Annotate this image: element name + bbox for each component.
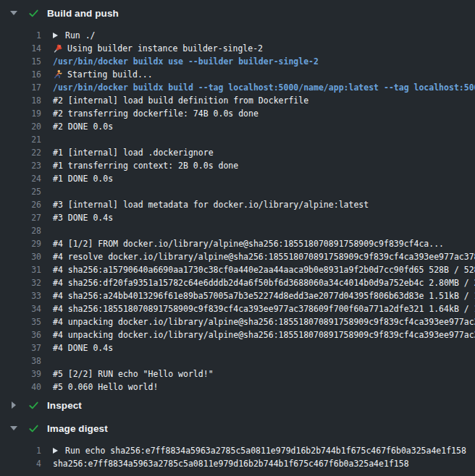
line-number[interactable]: 29: [0, 237, 41, 250]
line-number[interactable]: 21: [0, 133, 41, 146]
log-text-content: #4 DONE 0.4s: [53, 341, 113, 354]
line-number[interactable]: 33: [0, 289, 41, 302]
log-text: Starting build...: [41, 68, 153, 81]
line-number[interactable]: 24: [0, 172, 41, 185]
log-text: #4 unpacking docker.io/library/alpine@sh…: [41, 315, 475, 328]
log-text: #1 DONE 0.0s: [41, 172, 113, 185]
line-number[interactable]: 16: [0, 68, 41, 81]
log-text: #2 [internal] load build definition from…: [41, 94, 308, 107]
line-number[interactable]: 15: [0, 55, 41, 68]
log-text: Using builder instance builder-single-2: [41, 42, 263, 55]
check-icon: [28, 400, 39, 411]
log-text: #5 [2/2] RUN echo "Hello world!": [41, 367, 214, 381]
line-number[interactable]: 37: [0, 341, 41, 354]
log-text-content: #4 sha256:a15790640a6690aa1730c38cf0a440…: [53, 263, 475, 276]
log-line: 33#4 sha256:a24bb4013296f61e89ba57005a7b…: [0, 289, 475, 302]
chevron-down-icon: [9, 11, 18, 15]
log-line: 1Run echo sha256:e7ff8834a5963a2785c5a08…: [0, 444, 475, 457]
log-text-content: #5 [2/2] RUN echo "Hello world!": [53, 367, 214, 381]
log-text-content: #4 sha256:df20fa9351a15782c64e6dddb2d4a6…: [53, 276, 475, 289]
log-text-content: #4 sha256:a24bb4013296f61e89ba57005a7b3e…: [53, 289, 475, 302]
log-text: [41, 354, 53, 367]
chevron-right-icon: [9, 401, 18, 409]
line-number[interactable]: 17: [0, 81, 41, 94]
log-text: sha256:e7ff8834a5963a2785c5a0811e979d16b…: [41, 457, 409, 470]
log-line: 18#2 [internal] load build definition fr…: [0, 94, 475, 107]
line-number[interactable]: 31: [0, 263, 41, 276]
log-line: 38: [0, 354, 475, 367]
line-number[interactable]: 40: [0, 381, 41, 394]
log-text-content: #4 unpacking docker.io/library/alpine@sh…: [53, 315, 475, 328]
line-number[interactable]: 4: [0, 457, 41, 470]
log-text-content: #2 transferring dockerfile: 74B 0.0s don…: [53, 107, 258, 120]
log-text: #1 [internal] load .dockerignore: [41, 146, 214, 159]
line-number[interactable]: 25: [0, 185, 41, 198]
log-text: #2 transferring dockerfile: 74B 0.0s don…: [41, 107, 258, 120]
log-line: 31#4 sha256:a15790640a6690aa1730c38cf0a4…: [0, 263, 475, 276]
log-list-build-and-push: 1Run ./14Using builder instance builder-…: [0, 25, 475, 394]
log-text: #4 resolve docker.io/library/alpine@sha2…: [41, 250, 475, 263]
section-header-build-and-push[interactable]: Build and push: [0, 1, 475, 25]
log-text-content: #3 [internal] load metadata for docker.i…: [53, 198, 369, 211]
check-icon: [28, 8, 39, 19]
pushpin-icon: [53, 43, 63, 54]
log-text-content: #4 sha256:185518070891758909c9f839cf4ca3…: [53, 302, 475, 315]
section-header-inspect[interactable]: Inspect: [0, 394, 475, 417]
log-line: 25: [0, 185, 475, 198]
log-text: #4 sha256:185518070891758909c9f839cf4ca3…: [41, 302, 475, 315]
expand-group-icon[interactable]: [53, 33, 58, 38]
log-text: [41, 224, 53, 237]
log-text: #3 [internal] load metadata for docker.i…: [41, 198, 369, 211]
log-line: 32#4 sha256:df20fa9351a15782c64e6dddb2d4…: [0, 276, 475, 289]
log-line: 30#4 resolve docker.io/library/alpine@sh…: [0, 250, 475, 263]
log-line: 14Using builder instance builder-single-…: [0, 42, 475, 55]
log-line: 28: [0, 224, 475, 237]
log-section-inspect: Inspect: [0, 394, 475, 417]
log-text-content: Run ./: [65, 29, 96, 42]
check-icon: [28, 423, 39, 434]
line-number[interactable]: 36: [0, 328, 41, 341]
log-text-content: /usr/bin/docker buildx build --tag local…: [53, 81, 475, 94]
line-number[interactable]: 39: [0, 367, 41, 381]
log-line: 15/usr/bin/docker buildx use --builder b…: [0, 55, 475, 68]
log-text: #1 transferring context: 2B 0.0s done: [41, 159, 238, 172]
line-number[interactable]: 14: [0, 42, 41, 55]
line-number[interactable]: 32: [0, 276, 41, 289]
log-text: #2 DONE 0.0s: [41, 120, 113, 133]
line-number[interactable]: 27: [0, 211, 41, 224]
log-text-content: #4 resolve docker.io/library/alpine@sha2…: [53, 250, 475, 263]
log-text: [41, 133, 53, 146]
log-line: 40#5 0.060 Hello world!: [0, 381, 475, 394]
line-number[interactable]: 26: [0, 198, 41, 211]
line-number[interactable]: 30: [0, 250, 41, 263]
line-number[interactable]: 35: [0, 315, 41, 328]
log-text-content: #5 0.060 Hello world!: [53, 381, 158, 394]
log-text-content: Starting build...: [67, 68, 153, 81]
line-number[interactable]: 38: [0, 354, 41, 367]
line-number[interactable]: 34: [0, 302, 41, 315]
line-number[interactable]: 22: [0, 146, 41, 159]
log-line: 21: [0, 133, 475, 146]
log-line: 36#4 unpacking docker.io/library/alpine@…: [0, 328, 475, 341]
log-text: #4 DONE 0.4s: [41, 341, 113, 354]
log-text: #4 sha256:a24bb4013296f61e89ba57005a7b3e…: [41, 289, 475, 302]
log-text-content: #3 DONE 0.4s: [53, 211, 113, 224]
log-text-content: #1 transferring context: 2B 0.0s done: [53, 159, 238, 172]
line-number[interactable]: 1: [0, 29, 41, 42]
log-text-content: #1 [internal] load .dockerignore: [53, 146, 214, 159]
line-number[interactable]: 1: [0, 444, 41, 457]
line-number[interactable]: 23: [0, 159, 41, 172]
log-section-build-and-push: Build and push1Run ./14Using builder ins…: [0, 1, 475, 394]
log-text: #4 sha256:df20fa9351a15782c64e6dddb2d4a6…: [41, 276, 475, 289]
line-number[interactable]: 19: [0, 107, 41, 120]
log-text: /usr/bin/docker buildx build --tag local…: [41, 81, 475, 94]
line-number[interactable]: 28: [0, 224, 41, 237]
log-line: 23#1 transferring context: 2B 0.0s done: [0, 159, 475, 172]
log-text-content: Run echo sha256:e7ff8834a5963a2785c5a081…: [65, 444, 466, 457]
expand-group-icon[interactable]: [53, 448, 58, 454]
section-title: Image digest: [47, 423, 108, 434]
line-number[interactable]: 20: [0, 120, 41, 133]
runner-icon: [53, 69, 63, 80]
section-header-image-digest[interactable]: Image digest: [0, 417, 475, 440]
line-number[interactable]: 18: [0, 94, 41, 107]
